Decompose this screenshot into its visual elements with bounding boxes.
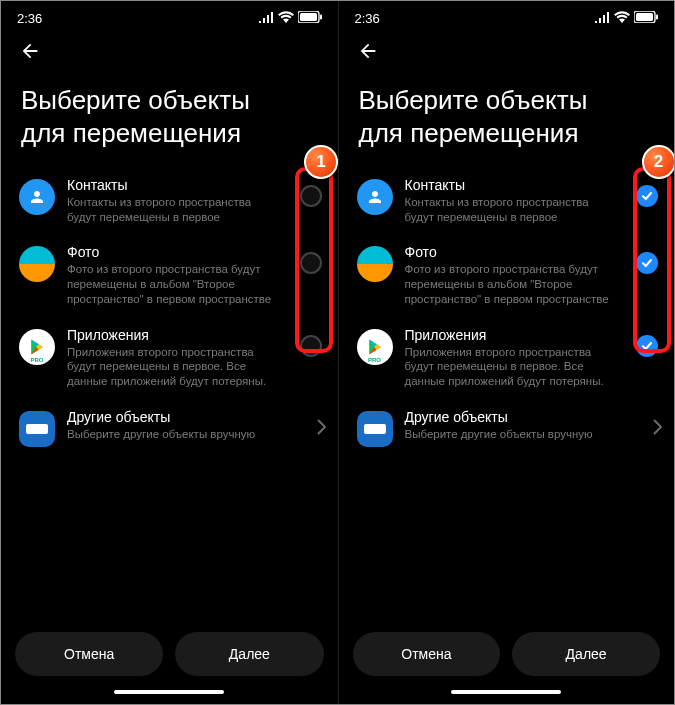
signal-icon	[595, 11, 610, 26]
row-apps[interactable]: PRO Приложения Приложения второго простр…	[15, 317, 330, 399]
row-contacts[interactable]: Контакты Контакты из второго пространств…	[353, 167, 667, 234]
chevron-right-icon	[652, 409, 662, 439]
status-bar: 2:36	[339, 1, 675, 30]
signal-icon	[259, 11, 274, 26]
other-icon	[19, 411, 55, 447]
next-button[interactable]: Далее	[512, 632, 660, 676]
photos-title: Фото	[67, 244, 280, 260]
photos-sub: Фото из второго пространства будут перем…	[405, 262, 617, 306]
play-pro-label: PRO	[30, 357, 43, 363]
other-sub: Выберите другие объекты вручную	[405, 427, 637, 442]
contacts-icon	[357, 179, 393, 215]
nav-bar[interactable]	[339, 682, 675, 704]
row-photos[interactable]: Фото Фото из второго пространства будут …	[353, 234, 667, 316]
play-pro-label: PRO	[368, 357, 381, 363]
photos-icon	[19, 246, 55, 282]
chevron-right-icon	[316, 409, 326, 439]
svg-rect-8	[636, 13, 653, 21]
cancel-button[interactable]: Отмена	[15, 632, 163, 676]
wifi-icon	[278, 11, 294, 26]
other-sub: Выберите другие объекты вручную	[67, 427, 300, 442]
phone-screen-right: 2:36 Выберите объекты для перемещения	[338, 1, 675, 704]
page-title: Выберите объекты для перемещения	[339, 66, 675, 157]
status-icons	[259, 11, 322, 26]
row-other[interactable]: Другие объекты Выберите другие объекты в…	[15, 399, 330, 457]
battery-icon	[634, 11, 658, 26]
nav-pill	[451, 690, 561, 694]
nav-pill	[114, 690, 224, 694]
other-title: Другие объекты	[67, 409, 300, 425]
status-time: 2:36	[355, 11, 380, 26]
contacts-title: Контакты	[67, 177, 280, 193]
row-photos[interactable]: Фото Фото из второго пространства будут …	[15, 234, 330, 316]
apps-icon: PRO	[19, 329, 55, 365]
other-title: Другие объекты	[405, 409, 637, 425]
apps-sub: Приложения второго пространства будут пе…	[405, 345, 617, 389]
contacts-sub: Контакты из второго пространства будут п…	[405, 195, 617, 224]
apps-icon: PRO	[357, 329, 393, 365]
row-other[interactable]: Другие объекты Выберите другие объекты в…	[353, 399, 667, 457]
next-button[interactable]: Далее	[175, 632, 323, 676]
battery-icon	[298, 11, 322, 26]
status-bar: 2:36	[1, 1, 338, 30]
transfer-list: Контакты Контакты из второго пространств…	[339, 157, 675, 622]
photos-sub: Фото из второго пространства будут перем…	[67, 262, 280, 306]
contacts-icon	[19, 179, 55, 215]
button-bar: Отмена Далее	[339, 622, 675, 682]
svg-rect-9	[656, 15, 658, 20]
apps-title: Приложения	[405, 327, 617, 343]
page-title: Выберите объекты для перемещения	[1, 66, 338, 157]
photos-icon	[357, 246, 393, 282]
apps-title: Приложения	[67, 327, 280, 343]
contacts-checkbox[interactable]	[300, 185, 322, 207]
apps-sub: Приложения второго пространства будут пе…	[67, 345, 280, 389]
svg-rect-2	[320, 15, 322, 20]
apps-checkbox[interactable]	[636, 335, 658, 357]
heading-line1: Выберите объекты	[21, 85, 250, 115]
status-icons	[595, 11, 658, 26]
row-contacts[interactable]: Контакты Контакты из второго пространств…	[15, 167, 330, 234]
button-bar: Отмена Далее	[1, 622, 338, 682]
row-apps[interactable]: PRO Приложения Приложения второго простр…	[353, 317, 667, 399]
photos-checkbox[interactable]	[636, 252, 658, 274]
heading-line1: Выберите объекты	[359, 85, 588, 115]
back-button[interactable]	[357, 40, 379, 66]
photos-title: Фото	[405, 244, 617, 260]
svg-rect-1	[300, 13, 317, 21]
contacts-checkbox[interactable]	[636, 185, 658, 207]
back-button[interactable]	[19, 40, 41, 66]
other-icon	[357, 411, 393, 447]
photos-checkbox[interactable]	[300, 252, 322, 274]
contacts-sub: Контакты из второго пространства будут п…	[67, 195, 280, 224]
heading-line2: для перемещения	[21, 118, 241, 148]
contacts-title: Контакты	[405, 177, 617, 193]
cancel-button[interactable]: Отмена	[353, 632, 501, 676]
heading-line2: для перемещения	[359, 118, 579, 148]
wifi-icon	[614, 11, 630, 26]
apps-checkbox[interactable]	[300, 335, 322, 357]
status-time: 2:36	[17, 11, 42, 26]
nav-bar[interactable]	[1, 682, 338, 704]
phone-screen-left: 2:36 Выберите объекты для перемещения	[1, 1, 338, 704]
transfer-list: Контакты Контакты из второго пространств…	[1, 157, 338, 622]
